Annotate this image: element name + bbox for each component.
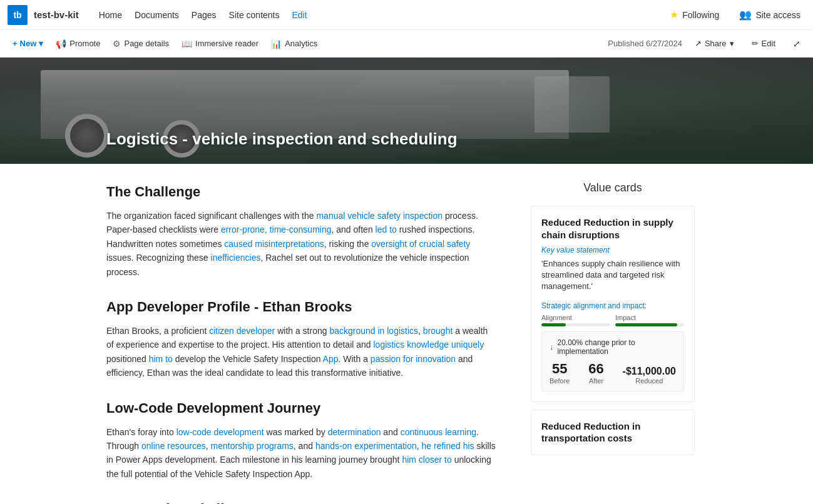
challenge-heading: The Challenge	[106, 184, 496, 200]
before-label: Before	[550, 377, 570, 385]
expand-icon: ⤢	[793, 39, 800, 49]
reduced-label: Reduced	[623, 377, 676, 385]
value-card-2: Reduced Reduction in transportation cost…	[531, 410, 695, 455]
value-card-1-title: Reduced Reduction in supply chain disrup…	[541, 216, 684, 241]
value-card-2-title: Reduced Reduction in transportation cost…	[541, 420, 684, 445]
reduced-value: -$11,000.00	[623, 366, 676, 377]
metric-after: 66 After	[588, 361, 603, 385]
nav-documents[interactable]: Documents	[130, 8, 184, 23]
expand-button[interactable]: ⤢	[788, 36, 805, 52]
immersive-reader-label: Immersive reader	[195, 39, 258, 48]
hero-banner: Logistics - vehicle inspection and sched…	[0, 58, 813, 164]
analytics-label: Analytics	[285, 39, 317, 48]
hero-title: Logistics - vehicle inspection and sched…	[106, 129, 458, 149]
star-icon: ★	[670, 9, 678, 21]
following-label: Following	[682, 10, 719, 20]
top-navigation: tb test-bv-kit Home Documents Pages Site…	[0, 0, 813, 30]
page-details-icon: ⚙	[113, 39, 121, 49]
alignment-bar-group: Alignment	[541, 314, 610, 326]
page-details-label: Page details	[124, 39, 169, 48]
impact-fill	[615, 323, 677, 326]
nav-pages[interactable]: Pages	[187, 8, 222, 23]
published-date: Published 6/27/2024	[608, 39, 682, 48]
promote-button[interactable]: 📢 Promote	[51, 36, 105, 52]
edit-icon: ✏	[752, 39, 759, 48]
lowcode-heading: Low-Code Development Journey	[106, 400, 496, 416]
alignment-fill	[541, 323, 566, 326]
people-icon: 👥	[739, 9, 752, 21]
site-title: test-bv-kit	[34, 9, 79, 20]
key-value-text-1: 'Enhances supply chain resilience with s…	[541, 258, 684, 293]
main-content: The Challenge The organization faced sig…	[0, 164, 813, 504]
following-button[interactable]: ★ Following	[665, 6, 724, 23]
analytics-icon: 📊	[271, 39, 282, 49]
immersive-reader-button[interactable]: 📖 Immersive reader	[176, 36, 263, 52]
down-arrow-icon: ↓	[550, 342, 554, 351]
alignment-track	[541, 323, 610, 326]
metric-reduced: -$11,000.00 Reduced	[623, 366, 676, 385]
edit-button[interactable]: ✏ Edit	[747, 36, 780, 51]
after-label: After	[588, 377, 603, 385]
alignment-label: Alignment	[541, 314, 610, 321]
change-row: ↓ 20.00% change prior to implementation	[550, 338, 676, 356]
promote-icon: 📢	[56, 39, 66, 49]
developer-heading: App Developer Profile - Ethan Brooks	[106, 299, 496, 315]
share-chevron-icon: ▾	[730, 39, 734, 48]
change-text: 20.00% change prior to implementation	[558, 338, 677, 356]
new-chevron-icon: ▾	[39, 39, 43, 48]
lowcode-journey-section: Low-Code Development Journey Ethan's for…	[106, 400, 496, 481]
toolbar-left: + New ▾ 📢 Promote ⚙ Page details 📖 Immer…	[8, 36, 322, 52]
value-card-1: Reduced Reduction in supply chain disrup…	[531, 206, 695, 402]
developer-text: Ethan Brooks, a proficient citizen devel…	[106, 324, 496, 380]
share-label: Share	[705, 39, 727, 48]
share-button[interactable]: ↗ Share ▾	[690, 36, 739, 51]
immersive-reader-icon: 📖	[182, 39, 192, 49]
analytics-button[interactable]: 📊 Analytics	[266, 36, 322, 52]
sidebar: Value cards Reduced Reduction in supply …	[526, 164, 707, 504]
edit-label: Edit	[762, 39, 775, 48]
nav-links: Home Documents Pages Site contents Edit	[94, 8, 312, 23]
metrics-row: 55 Before 66 After -$11,000.00 Reduced	[550, 361, 676, 385]
nav-edit[interactable]: Edit	[287, 8, 312, 23]
top-nav-right: ★ Following 👥 Site access	[665, 6, 805, 23]
toolbar: + New ▾ 📢 Promote ⚙ Page details 📖 Immer…	[0, 30, 813, 58]
developer-profile-section: App Developer Profile - Ethan Brooks Eth…	[106, 299, 496, 380]
value-cards-title: Value cards	[531, 181, 695, 194]
metric-before: 55 Before	[550, 361, 570, 385]
new-label: New	[20, 39, 37, 48]
page-details-button[interactable]: ⚙ Page details	[108, 36, 174, 52]
truck-cab	[534, 76, 610, 133]
impact-track	[615, 323, 684, 326]
article-body: The Challenge The organization faced sig…	[0, 164, 526, 504]
strategic-label-1: Strategic alignment and impact:	[541, 301, 684, 310]
truck-body	[41, 70, 569, 139]
challenge-text: The organization faced significant chall…	[106, 209, 496, 279]
key-value-label-1: Key value statement	[541, 246, 684, 255]
site-logo: tb	[8, 5, 28, 25]
share-icon: ↗	[695, 39, 702, 48]
new-button[interactable]: + New ▾	[8, 36, 48, 51]
impact-label: Impact	[615, 314, 684, 321]
challenge-section: The Challenge The organization faced sig…	[106, 184, 496, 279]
after-value: 66	[588, 361, 603, 377]
lowcode-text: Ethan's foray into low-code development …	[106, 425, 496, 481]
before-value: 55	[550, 361, 570, 377]
overcoming-heading: Overcoming Challenges	[106, 501, 496, 504]
site-access-button[interactable]: 👥 Site access	[734, 6, 805, 23]
metrics-box-1: ↓ 20.00% change prior to implementation …	[541, 331, 684, 391]
toolbar-right: Published 6/27/2024 ↗ Share ▾ ✏ Edit ⤢	[608, 36, 805, 52]
plus-icon: +	[13, 39, 18, 48]
nav-home[interactable]: Home	[94, 8, 127, 23]
truck-wheel-left	[65, 114, 109, 158]
site-access-label: Site access	[755, 10, 800, 20]
promote-label: Promote	[69, 39, 100, 48]
impact-bar-group: Impact	[615, 314, 684, 326]
alignment-bars-1: Alignment Impact	[541, 314, 684, 326]
nav-site-contents[interactable]: Site contents	[224, 8, 285, 23]
overcoming-challenges-section: Overcoming Challenges	[106, 501, 496, 504]
